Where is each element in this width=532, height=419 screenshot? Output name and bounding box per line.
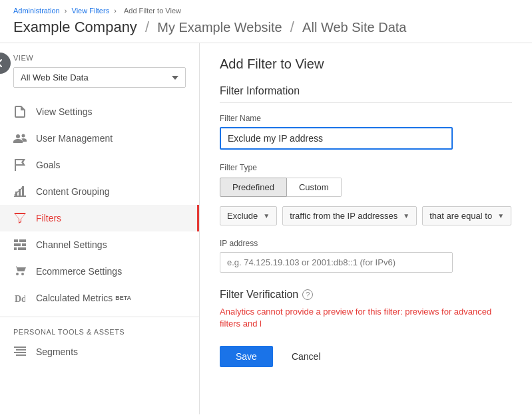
personal-tools-label: PERSONAL TOOLS & ASSETS bbox=[0, 317, 199, 339]
traffic-dropdown[interactable]: traffic from the IP addresses ▼ bbox=[282, 206, 417, 225]
svg-rect-3 bbox=[19, 239, 26, 242]
property-name: My Example Website bbox=[157, 20, 282, 35]
exclude-dropdown-arrow: ▼ bbox=[263, 212, 270, 219]
svg-rect-9 bbox=[14, 347, 26, 348]
breadcrumb-view-filters[interactable]: View Filters bbox=[72, 7, 110, 15]
people-icon bbox=[13, 132, 27, 145]
sidebar-item-user-management[interactable]: User Management bbox=[0, 125, 199, 152]
filter-row: Exclude ▼ traffic from the IP addresses … bbox=[220, 206, 512, 225]
filter-type-label: Filter Type bbox=[220, 163, 512, 172]
cancel-button[interactable]: Cancel bbox=[281, 346, 332, 367]
traffic-label: traffic from the IP addresses bbox=[290, 211, 398, 221]
verification-text: Analytics cannot provide a preview for t… bbox=[220, 306, 512, 330]
ip-address-label: IP address bbox=[220, 239, 512, 248]
sidebar-item-content-grouping[interactable]: Content Grouping bbox=[0, 178, 199, 205]
exclude-dropdown[interactable]: Exclude ▼ bbox=[220, 206, 277, 225]
company-name: Example Company bbox=[13, 19, 137, 35]
breadcrumb-current: Add Filter to View bbox=[124, 7, 181, 15]
sidebar-item-filters[interactable]: Filters bbox=[0, 205, 199, 231]
channel-icon bbox=[13, 238, 27, 251]
sidebar-item-calculated-metrics[interactable]: Dd Calculated Metrics BETA bbox=[0, 285, 199, 311]
filter-name-input[interactable] bbox=[220, 127, 453, 150]
svg-rect-5 bbox=[22, 243, 26, 246]
svg-point-0 bbox=[16, 134, 20, 138]
sidebar-label-segments: Segments bbox=[36, 347, 78, 357]
sidebar-label-filters: Filters bbox=[36, 213, 61, 223]
custom-radio[interactable]: Custom bbox=[287, 178, 342, 197]
filter-info-section-title: Filter Information bbox=[220, 85, 512, 103]
svg-rect-10 bbox=[16, 349, 26, 350]
help-icon[interactable]: ? bbox=[302, 289, 313, 300]
view-label: VIEW bbox=[0, 43, 199, 65]
file-icon bbox=[13, 105, 27, 118]
filter-name-label: Filter Name bbox=[220, 114, 512, 123]
sidebar-label-content-grouping: Content Grouping bbox=[36, 186, 110, 197]
beta-badge: BETA bbox=[115, 295, 131, 301]
view-select[interactable]: All Web Site Data bbox=[13, 67, 186, 88]
sidebar-label-calculated-metrics: Calculated Metrics bbox=[36, 293, 113, 303]
segments-icon bbox=[13, 345, 27, 358]
svg-rect-6 bbox=[14, 247, 17, 250]
sidebar-item-ecommerce-settings[interactable]: Ecommerce Settings bbox=[0, 258, 199, 285]
equal-dropdown-arrow: ▼ bbox=[497, 212, 504, 219]
svg-rect-4 bbox=[14, 243, 21, 246]
sidebar: VIEW All Web Site Data View Settings Use… bbox=[0, 43, 200, 414]
cart-icon bbox=[13, 265, 27, 278]
svg-rect-12 bbox=[16, 354, 26, 356]
view-name: All Web Site Data bbox=[302, 20, 406, 35]
sidebar-label-channel-settings: Channel Settings bbox=[36, 239, 107, 250]
svg-point-1 bbox=[22, 134, 25, 138]
svg-rect-2 bbox=[14, 239, 18, 242]
filter-icon bbox=[13, 211, 27, 225]
verification-title: Filter Verification ? bbox=[220, 289, 512, 301]
sidebar-item-channel-settings[interactable]: Channel Settings bbox=[0, 231, 199, 258]
predefined-radio[interactable]: Predefined bbox=[220, 178, 287, 197]
filter-verification-section: Filter Verification ? Analytics cannot p… bbox=[220, 289, 512, 330]
sidebar-label-ecommerce-settings: Ecommerce Settings bbox=[36, 266, 122, 277]
title-bar: Example Company / My Example Website / A… bbox=[0, 16, 532, 43]
chart-icon bbox=[13, 185, 27, 198]
exclude-label: Exclude bbox=[227, 211, 258, 221]
ip-address-input[interactable] bbox=[220, 252, 453, 273]
breadcrumb-admin[interactable]: Administration bbox=[13, 7, 60, 15]
svg-rect-11 bbox=[14, 352, 26, 353]
sidebar-item-goals[interactable]: Goals bbox=[0, 152, 199, 178]
main-content: Add Filter to View Filter Information Fi… bbox=[200, 43, 532, 414]
traffic-dropdown-arrow: ▼ bbox=[403, 212, 409, 219]
sidebar-label-view-settings: View Settings bbox=[36, 106, 93, 117]
save-button[interactable]: Save bbox=[220, 346, 273, 367]
page-title: Add Filter to View bbox=[220, 57, 512, 72]
sidebar-label-goals: Goals bbox=[36, 160, 61, 170]
filter-type-radio-group: Predefined Custom bbox=[220, 178, 512, 197]
svg-rect-7 bbox=[18, 247, 26, 250]
equal-dropdown[interactable]: that are equal to ▼ bbox=[422, 206, 511, 225]
svg-text:Dd: Dd bbox=[15, 294, 25, 303]
nav-items: View Settings User Management Goals bbox=[0, 96, 199, 311]
sidebar-item-view-settings[interactable]: View Settings bbox=[0, 98, 199, 125]
button-row: Save Cancel bbox=[220, 346, 512, 367]
sidebar-label-user-management: User Management bbox=[36, 133, 113, 144]
sidebar-item-segments[interactable]: Segments bbox=[0, 339, 199, 365]
equal-label: that are equal to bbox=[429, 211, 492, 221]
flag-icon bbox=[13, 158, 27, 172]
breadcrumb: Administration › View Filters › Add Filt… bbox=[0, 0, 532, 16]
calc-icon: Dd bbox=[13, 291, 27, 305]
